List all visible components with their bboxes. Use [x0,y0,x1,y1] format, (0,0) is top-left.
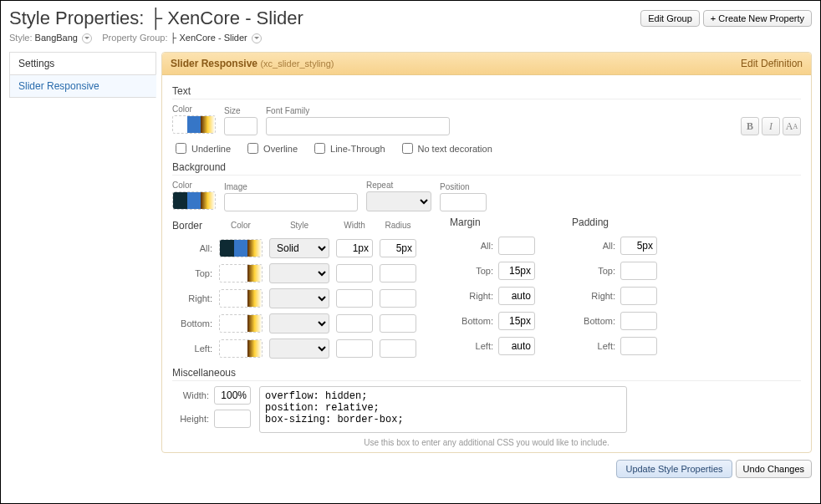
sidebar-item-settings[interactable]: Settings [9,52,156,75]
label-left: Left: [172,344,212,354]
bg-repeat-select[interactable] [366,191,431,211]
line-through-label: Line-Through [330,144,385,154]
label-margin-top: Top: [450,266,493,276]
bg-image-input[interactable] [224,193,358,211]
border-left-style[interactable] [269,339,329,359]
style-value[interactable]: BangBang [35,33,78,43]
chevron-down-icon[interactable] [252,33,262,43]
label-border-width: Width [336,221,373,230]
label-margin-bottom: Bottom: [450,316,493,326]
label-margin-left: Left: [450,341,493,351]
overline-checkbox[interactable]: Overline [244,140,298,156]
italic-icon[interactable]: I [762,117,780,135]
label-padding-bottom: Bottom: [572,316,615,326]
border-bottom-width[interactable] [336,314,373,333]
margin-top-input[interactable] [498,262,535,280]
underline-label: Underline [191,144,231,154]
misc-width-input[interactable] [214,386,251,405]
bg-position-input[interactable] [440,193,487,211]
padding-bottom-input[interactable] [620,312,657,330]
border-right-width[interactable] [336,289,373,308]
padding-all-input[interactable] [620,237,657,255]
border-right-style[interactable] [269,288,329,308]
label-padding-all: All: [572,241,615,251]
border-top-style[interactable] [269,263,329,283]
section-padding-heading: Padding [572,216,660,228]
underline-checkbox[interactable]: Underline [172,140,231,156]
section-misc-heading: Miscellaneous [172,367,801,379]
extra-css-textarea[interactable]: overflow: hidden; position: relative; bo… [259,386,627,433]
label-margin-right: Right: [450,291,493,301]
margin-left-input[interactable] [498,337,535,355]
border-all-style[interactable]: Solid [269,238,329,258]
border-all-color[interactable] [219,239,263,257]
border-left-width[interactable] [336,339,373,358]
label-position: Position [440,182,487,191]
margin-all-input[interactable] [498,237,535,255]
update-button[interactable]: Update Style Properties [616,460,732,478]
margin-right-input[interactable] [498,287,535,305]
small-caps-icon[interactable]: AA [783,117,801,135]
no-decoration-checkbox[interactable]: No text decoration [399,140,492,156]
tab-title-text: Slider Responsive [171,58,258,69]
tab-code: (xc_slider_styling) [260,59,334,69]
border-right-radius[interactable] [380,289,416,308]
misc-height-input[interactable] [214,410,251,428]
undo-button[interactable]: Undo Changes [736,460,812,478]
border-bottom-style[interactable] [269,313,329,333]
border-top-color[interactable] [219,264,263,283]
label-repeat: Repeat [366,181,431,190]
sidebar-item-slider-responsive[interactable]: Slider Responsive [9,74,156,98]
label-top: Top: [172,268,212,278]
border-left-radius[interactable] [380,339,416,358]
bg-color-swatch[interactable] [172,191,216,210]
create-property-button[interactable]: + Create New Property [703,10,812,27]
border-top-radius[interactable] [380,264,416,283]
margin-bottom-input[interactable] [498,312,535,330]
label-padding-top: Top: [572,266,615,276]
label-border-color: Color [219,221,263,230]
overline-label: Overline [263,144,298,154]
label-border-style: Style [269,221,329,230]
label-right: Right: [172,293,212,303]
label-padding-right: Right: [572,291,615,301]
page-title: Style Properties: ├ XenCore - Slider [9,8,303,29]
padding-top-input[interactable] [620,262,657,280]
border-left-color[interactable] [219,339,263,358]
section-background-heading: Background [172,161,801,173]
no-decoration-label: No text decoration [418,144,492,154]
edit-definition-link[interactable]: Edit Definition [741,58,803,69]
padding-right-input[interactable] [620,287,657,305]
border-all-width[interactable] [336,239,373,257]
edit-group-button[interactable]: Edit Group [640,10,700,27]
group-label: Property Group: [102,33,167,43]
padding-left-input[interactable] [620,337,657,355]
label-bg-color: Color [172,181,216,190]
section-border-heading: Border [172,220,212,232]
group-value[interactable]: ├ XenCore - Slider [171,33,247,43]
section-text-heading: Text [172,85,801,97]
label-color: Color [172,104,216,114]
font-family-input[interactable] [266,117,450,135]
label-image: Image [224,182,358,191]
line-through-checkbox[interactable]: Line-Through [311,140,385,156]
label-margin-all: All: [450,241,493,251]
label-font-family: Font Family [266,106,732,115]
border-bottom-radius[interactable] [380,314,416,333]
breadcrumb: Style: BangBang Property Group: ├ XenCor… [9,33,812,43]
label-border-radius: Radius [380,221,416,230]
text-size-input[interactable] [224,117,258,135]
text-color-swatch[interactable] [172,115,216,134]
bold-icon[interactable]: B [741,117,759,135]
border-right-color[interactable] [219,289,263,308]
label-padding-left: Left: [572,341,615,351]
label-size: Size [224,106,258,115]
border-all-radius[interactable] [380,239,416,257]
chevron-down-icon[interactable] [82,33,92,43]
border-top-width[interactable] [336,264,373,283]
label-misc-width: Width: [172,390,209,400]
border-bottom-color[interactable] [219,314,263,333]
section-margin-heading: Margin [450,216,538,228]
label-all: All: [172,243,212,253]
tab-title: Slider Responsive (xc_slider_styling) [171,58,334,69]
